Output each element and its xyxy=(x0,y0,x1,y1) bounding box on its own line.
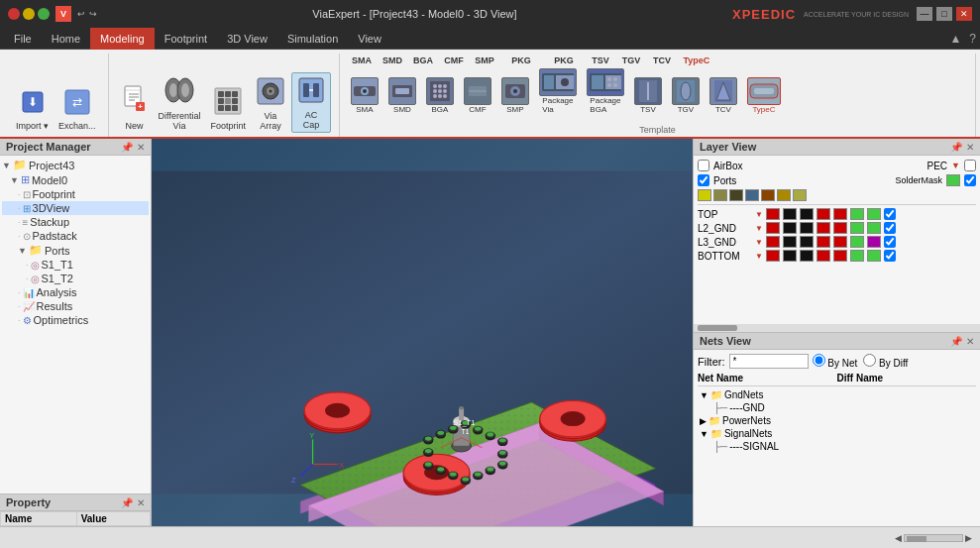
layer-l2gnd-s3[interactable] xyxy=(817,222,830,234)
layer-top-s2[interactable] xyxy=(800,208,814,220)
maximize-btn[interactable]: □ xyxy=(936,7,952,21)
layer-l3gnd-s0[interactable] xyxy=(766,236,780,248)
layer-l3gnd-s6[interactable] xyxy=(867,236,881,248)
layer-bottom-s4[interactable] xyxy=(833,250,847,262)
menu-view[interactable]: View xyxy=(348,28,391,50)
layer-l2gnd-dropdown[interactable]: ▼ xyxy=(755,224,763,233)
tree-stackup[interactable]: · ≡ Stackup xyxy=(2,215,149,229)
tmpl-pkg-via[interactable]: PackageVia xyxy=(536,67,580,115)
tree-padstack[interactable]: · ⊙ Padstack xyxy=(2,229,149,243)
tmpl-tcv[interactable]: TCV xyxy=(707,76,740,115)
tmpl-smp[interactable]: SMP xyxy=(498,76,532,115)
layer-l3gnd-s3[interactable] xyxy=(817,236,830,248)
layer-view-pin-icon[interactable]: 📌 xyxy=(950,142,962,153)
tree-model0[interactable]: ▼ ⊞ Model0 xyxy=(2,172,149,187)
layer-l3gnd-s5[interactable] xyxy=(850,236,864,248)
layer-bottom-s5[interactable] xyxy=(850,250,864,262)
layer-bottom-s2[interactable] xyxy=(800,250,814,262)
tree-optimetrics[interactable]: · ⚙ Optimetrics xyxy=(2,313,149,327)
minimize-btn[interactable]: — xyxy=(917,7,932,21)
layer-l3gnd-s1[interactable] xyxy=(783,236,797,248)
tmpl-cmf[interactable]: CMF xyxy=(461,76,494,115)
layer-top-s3[interactable] xyxy=(817,208,830,220)
tmpl-typec[interactable]: TypeC xyxy=(744,76,784,115)
nets-row-signalnets[interactable]: ▼ 📁 SignalNets xyxy=(698,427,976,440)
layer-l3gnd-dropdown[interactable]: ▼ xyxy=(755,238,763,247)
nets-row-signal[interactable]: ├─ ----SIGNAL xyxy=(698,440,976,453)
layer-top-s1[interactable] xyxy=(783,208,797,220)
airbox-visible-checkbox[interactable] xyxy=(964,160,976,171)
layer-top-s6[interactable] xyxy=(867,208,881,220)
soldermask-swatch[interactable] xyxy=(946,174,960,186)
layer-bottom-dropdown[interactable]: ▼ xyxy=(755,252,763,261)
layer-hscroll[interactable] xyxy=(694,324,980,332)
palette-swatch-5[interactable] xyxy=(777,189,791,201)
tree-3dview[interactable]: · ⊞ 3DView xyxy=(2,201,149,215)
palette-swatch-3[interactable] xyxy=(745,189,759,201)
layer-bottom-s6[interactable] xyxy=(867,250,881,262)
ribbon-btn-ac-cap[interactable]: ACCap xyxy=(291,72,331,133)
palette-swatch-4[interactable] xyxy=(761,189,775,201)
nets-view-close-icon[interactable]: ✕ xyxy=(966,336,974,347)
by-diff-radio[interactable] xyxy=(863,354,876,367)
ribbon-btn-exchange[interactable]: ⇄ Exchan... xyxy=(54,86,100,133)
palette-swatch-2[interactable] xyxy=(729,189,743,201)
ribbon-btn-import[interactable]: ⬇ Import ▾ xyxy=(12,86,53,133)
tree-analysis[interactable]: · 📊 Analysis xyxy=(2,285,149,299)
layer-l2gnd-visible[interactable] xyxy=(884,222,896,234)
nets-filter-input[interactable] xyxy=(729,354,809,369)
help-icon[interactable]: ? xyxy=(969,32,976,46)
status-scroll-left[interactable]: ◀ xyxy=(895,533,902,543)
menu-footprint[interactable]: Footprint xyxy=(155,28,217,50)
tmpl-tsv[interactable]: TSV xyxy=(631,76,665,115)
nets-row-gndnets[interactable]: ▼ 📁 GndNets xyxy=(698,388,976,401)
tree-ports[interactable]: ▼ 📁 Ports xyxy=(2,243,149,258)
tmpl-smd[interactable]: SMD xyxy=(385,76,419,115)
status-scroll-right[interactable]: ▶ xyxy=(965,533,972,543)
property-close-icon[interactable]: ✕ xyxy=(137,497,145,508)
tmpl-tgv[interactable]: TGV xyxy=(669,76,703,115)
palette-swatch-6[interactable] xyxy=(793,189,807,201)
undo-btn[interactable]: ↩ xyxy=(77,9,85,19)
layer-top-s4[interactable] xyxy=(833,208,847,220)
ports-checkbox[interactable] xyxy=(698,174,709,186)
layer-l2gnd-s2[interactable] xyxy=(800,222,814,234)
redo-btn[interactable]: ↪ xyxy=(89,9,97,19)
palette-swatch-0[interactable] xyxy=(698,189,711,201)
soldermask-checkbox[interactable] xyxy=(964,174,976,186)
nets-row-powernets[interactable]: ▶ 📁 PowerNets xyxy=(698,414,976,427)
ribbon-btn-new[interactable]: + New xyxy=(117,82,153,133)
ribbon-btn-footprint[interactable]: Footprint xyxy=(206,84,250,133)
menu-home[interactable]: Home xyxy=(42,28,90,50)
layer-l3gnd-visible[interactable] xyxy=(884,236,896,248)
tree-s1t1[interactable]: · ◎ S1_T1 xyxy=(2,258,149,272)
ribbon-btn-via-array[interactable]: ViaArray xyxy=(252,74,289,133)
layer-l3gnd-s2[interactable] xyxy=(800,236,814,248)
tree-footprint[interactable]: · ⊡ Footprint xyxy=(2,187,149,201)
layer-l2gnd-s6[interactable] xyxy=(867,222,881,234)
layer-l2gnd-s0[interactable] xyxy=(766,222,780,234)
layer-l3gnd-s4[interactable] xyxy=(833,236,847,248)
layer-view-close-icon[interactable]: ✕ xyxy=(966,142,974,153)
layer-top-visible[interactable] xyxy=(884,208,896,220)
palette-swatch-1[interactable] xyxy=(713,189,727,201)
close-btn[interactable]: ✕ xyxy=(956,7,972,21)
tmpl-pkg-bga[interactable]: PackageBGA xyxy=(584,67,627,115)
layer-l2gnd-s5[interactable] xyxy=(850,222,864,234)
ribbon-btn-diff-via[interactable]: DifferentialVia xyxy=(155,72,205,133)
property-pin-icon[interactable]: 📌 xyxy=(121,497,133,508)
panel-close-icon[interactable]: ✕ xyxy=(137,142,145,153)
tree-results[interactable]: · 📈 Results xyxy=(2,299,149,313)
tree-project43[interactable]: ▼ 📁 Project43 xyxy=(2,158,149,172)
menu-3dview[interactable]: 3D View xyxy=(217,28,277,50)
airbox-checkbox[interactable] xyxy=(698,160,709,171)
nets-row-gnd[interactable]: ├─ ----GND xyxy=(698,401,976,414)
layer-bottom-s3[interactable] xyxy=(817,250,830,262)
help-up-icon[interactable]: ▲ xyxy=(949,32,961,46)
menu-modeling[interactable]: Modeling xyxy=(90,28,155,50)
panel-pin-icon[interactable]: 📌 xyxy=(121,142,133,153)
layer-bottom-visible[interactable] xyxy=(884,250,896,262)
menu-file[interactable]: File xyxy=(4,28,42,50)
status-scrollbar[interactable] xyxy=(904,534,963,542)
tmpl-bga[interactable]: BGA xyxy=(423,76,457,115)
